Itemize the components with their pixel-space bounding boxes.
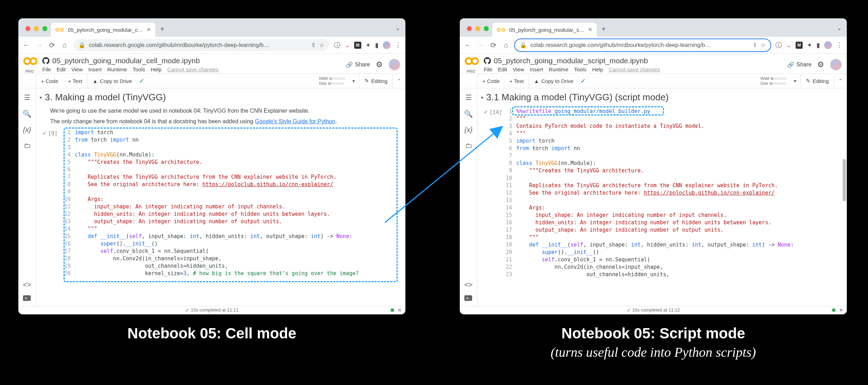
code-line[interactable]: 12 hidden_units: An integer indicating n… [64,211,398,218]
toc-icon[interactable]: ☰ [24,93,30,102]
maximize-window-icon[interactable] [484,26,489,31]
line-content[interactable]: input_shape: An integer indicating numbe… [75,203,285,211]
code-line[interactable]: 17 output_shape: An integer indicating n… [505,226,840,234]
browser-tab[interactable]: ⊙⊙ 05_pytorch_going_modular_c… ✕ [51,23,155,37]
code-line[interactable]: 16 hidden_units: An integer indicating n… [505,219,840,226]
line-content[interactable]: self.conv_block_1 = nn.Sequential( [75,248,209,255]
copy-to-drive-button[interactable]: ▲ Copy to Drive [529,78,578,84]
address-bar[interactable]: 🔒 colab.research.google.com/github/mrdbo… [515,39,771,51]
add-code-button[interactable]: + Code [477,78,505,84]
line-content[interactable]: See the original architecture here: http… [75,181,333,188]
code-line[interactable]: 4""" [505,130,840,137]
section-collapse-icon[interactable]: ▾ [40,95,42,100]
line-content[interactable]: self.conv_block_1 = nn.Sequential( [516,256,650,263]
home-icon[interactable]: ⌂ [61,41,69,49]
section-collapse-icon[interactable]: ▾ [481,95,483,100]
resource-indicator[interactable]: RAM Disk [319,76,348,85]
info-icon[interactable]: ⓘ [334,41,340,49]
browser-menu-icon[interactable]: ⋮ [836,41,843,49]
code-line[interactable]: 13 output_shape: An integer indicating n… [64,218,398,225]
code-line[interactable]: 19 def __init__(self, input_shape: int, … [505,241,840,249]
search-icon[interactable]: 🔍 [464,109,473,118]
notebook-title[interactable]: 05_pytorch_going_modular_script_mode.ipy… [494,57,648,65]
code-editor[interactable]: 1%%writefile going_modular/model_builder… [504,108,841,278]
code-line[interactable]: 5import torch [505,137,840,145]
line-content[interactable]: hidden_units: An integer indicating numb… [516,219,771,226]
code-line[interactable]: 5 """Creates the TinyVGG architecture. [64,159,398,166]
menu-tools[interactable]: Tools [574,66,587,72]
colab-logo-icon[interactable]: PRO [465,57,480,73]
back-icon[interactable]: ← [23,41,30,49]
code-line[interactable]: 8class TinyVGG(nn.Module): [505,160,840,167]
ext-m-icon[interactable]: M [354,42,361,49]
user-avatar-icon[interactable] [388,59,400,71]
forward-icon[interactable]: → [477,41,484,49]
browser-tab[interactable]: ⊙⊙ 05_pytorch_going_modular_s… ✕ [492,23,597,37]
star-icon[interactable]: ☆ [761,42,766,48]
notebook-content[interactable]: ▾ 3.1 Making a model (TinyVGG) (script m… [477,88,847,306]
browser-menu-icon[interactable]: ⋮ [395,41,401,49]
status-close-icon[interactable]: ✕ [398,307,402,313]
code-line[interactable]: 1import torch [64,129,398,136]
variables-icon[interactable]: {x} [23,126,31,134]
line-content[interactable]: """ [516,130,526,137]
line-content[interactable]: """ [75,225,97,233]
tab-overflow-icon[interactable]: ⌄ [837,24,847,37]
code-line[interactable]: 14 Args: [505,204,840,212]
search-icon[interactable]: 🔍 [23,109,31,118]
code-line[interactable]: 16 super().__init__() [64,240,398,248]
code-line[interactable]: 6from torch import nn [505,145,840,152]
code-line[interactable]: 9 """Creates the TinyVGG architecture. [505,167,840,174]
user-avatar-icon[interactable] [830,59,842,71]
collapse-toolbar-icon[interactable]: ⌃ [834,78,847,84]
share-url-icon[interactable]: ⇪ [311,42,316,48]
settings-gear-icon[interactable]: ⚙ [817,60,824,69]
code-line[interactable]: 21 self.conv_block_1 = nn.Sequential( [505,256,840,263]
reload-icon[interactable]: ⟳ [489,41,497,49]
files-icon[interactable]: 🗀 [465,142,472,150]
line-content[interactable]: class TinyVGG(nn.Module): [75,151,155,159]
new-tab-button[interactable]: + [597,25,611,37]
new-tab-button[interactable]: + [155,25,170,37]
profile-avatar-icon[interactable] [383,41,391,49]
code-line[interactable]: 14 """ [64,225,398,233]
star-icon[interactable]: ☆ [319,42,324,48]
line-content[interactable]: """ [516,234,539,241]
menu-help[interactable]: Help [151,66,162,72]
code-cell[interactable]: ✓ [14] 1%%writefile going_modular/model_… [484,108,841,278]
code-line[interactable]: 11 Replicates the TinyVGG architecture f… [505,182,840,189]
pocket-icon[interactable]: ⌄ [786,41,791,49]
close-window-icon[interactable] [467,26,472,31]
editing-mode-button[interactable]: ✎ Editing [359,78,392,84]
minimize-window-icon[interactable] [34,26,39,31]
line-content[interactable]: input_shape: An integer indicating numbe… [516,212,727,219]
menu-edit[interactable]: Edit [57,66,66,72]
code-line[interactable]: 3 [64,144,398,151]
code-line[interactable]: 18 """ [505,234,840,241]
pocket-icon[interactable]: ⌄ [345,41,350,49]
minimize-window-icon[interactable] [475,26,480,31]
line-content[interactable]: output_shape: An integer indicating numb… [75,218,282,225]
code-line[interactable]: 8 See the original architecture here: ht… [64,181,398,188]
code-line[interactable]: 11 input_shape: An integer indicating nu… [64,203,398,211]
forward-icon[interactable]: → [35,41,43,49]
line-content[interactable]: Args: [516,204,545,212]
line-content[interactable]: Replicates the TinyVGG architecture from… [516,182,778,189]
toc-icon[interactable]: ☰ [465,93,472,102]
bookmark-icon[interactable]: ▮ [375,41,379,49]
colab-logo-icon[interactable]: PRO [23,57,39,73]
tab-close-icon[interactable]: ✕ [588,26,593,33]
menu-insert[interactable]: Insert [88,66,102,72]
menu-runtime[interactable]: Runtime [107,66,127,72]
code-line[interactable]: 4class TinyVGG(nn.Module): [64,151,398,159]
code-line[interactable]: 7 Replicates the TinyVGG architecture fr… [64,173,398,181]
collapse-toolbar-icon[interactable]: ⌃ [393,78,405,84]
tab-overflow-icon[interactable]: ⌄ [395,24,405,37]
line-content[interactable]: %%writefile going_modular/model_builder.… [516,108,650,115]
code-line[interactable]: 17 self.conv_block_1 = nn.Sequential( [64,248,398,255]
terminal-icon[interactable]: >_ [23,295,31,301]
line-content[interactable]: out_channels=hidden_units, [516,271,669,278]
code-line[interactable]: 18 nn.Conv2d(in_channels=input_shape, [64,255,398,262]
line-content[interactable]: """ [516,115,526,123]
settings-gear-icon[interactable]: ⚙ [376,60,383,69]
